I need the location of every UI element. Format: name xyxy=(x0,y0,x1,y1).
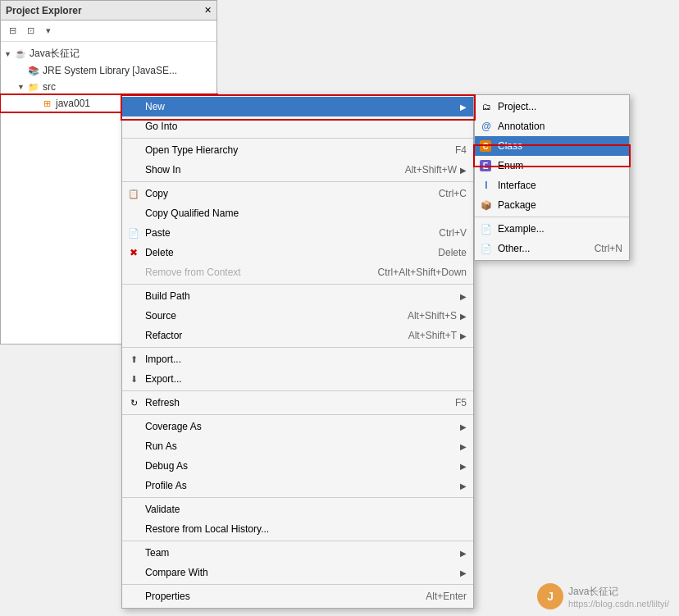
copy-icon: 📋 xyxy=(127,187,140,200)
annotation-icon: @ xyxy=(480,120,493,133)
refresh-label: Refresh xyxy=(145,397,439,408)
properties-icon xyxy=(127,590,140,603)
delete-icon: ✖ xyxy=(127,246,140,259)
source-label: Source xyxy=(145,310,391,322)
arrow-icon: ▼ xyxy=(17,83,27,91)
menu-item-restore[interactable]: Restore from Local History... xyxy=(122,519,473,539)
watermark-title: Java长征记 xyxy=(568,585,669,599)
package-new-icon: 📦 xyxy=(480,198,493,212)
watermark-url: https://blog.csdn.net/liltyi/ xyxy=(568,599,669,609)
enum-label: Enum xyxy=(498,160,622,171)
arrow-icon: ▼ xyxy=(4,50,14,58)
refactor-label: Refactor xyxy=(145,330,392,341)
menu-item-properties[interactable]: Properties Alt+Enter xyxy=(122,586,473,606)
src-icon: 📁 xyxy=(27,80,40,94)
run-as-arrow: ▶ xyxy=(460,442,467,451)
tree-item-src[interactable]: ▼ 📁 src xyxy=(1,79,216,95)
refactor-icon xyxy=(127,329,140,342)
collapse-all-button[interactable]: ⊟ xyxy=(4,23,21,39)
panel-title-bar: Project Explorer ✕ xyxy=(1,1,216,21)
panel-title: Project Explorer xyxy=(6,5,82,16)
submenu-item-enum[interactable]: E Enum xyxy=(475,156,629,176)
show-in-shortcut: Alt+Shift+W xyxy=(405,164,457,176)
menu-item-new[interactable]: New ▶ xyxy=(122,97,473,116)
separator-4 xyxy=(122,347,473,348)
menu-item-go-into[interactable]: Go Into xyxy=(122,116,473,136)
watermark-icon-text: J xyxy=(547,590,554,603)
menu-item-team[interactable]: Team ▶ xyxy=(122,543,473,563)
tree-item-jre[interactable]: 📚 JRE System Library [JavaSE... xyxy=(1,62,216,79)
compare-with-label: Compare With xyxy=(145,567,457,578)
context-menu: New ▶ Go Into Open Type Hierarchy F4 Sho… xyxy=(121,94,474,609)
coverage-as-label: Coverage As xyxy=(145,421,457,432)
new-arrow: ▶ xyxy=(460,103,467,112)
menu-item-profile-as[interactable]: Profile As ▶ xyxy=(122,476,473,495)
menu-item-open-type[interactable]: Open Type Hierarchy F4 xyxy=(122,140,473,160)
submenu-item-project[interactable]: 🗂 Project... xyxy=(475,97,629,116)
link-with-editor-button[interactable]: ⊡ xyxy=(22,23,39,39)
show-in-label: Show In xyxy=(145,164,389,176)
submenu-item-class[interactable]: C Class xyxy=(475,136,629,156)
copy-qualified-label: Copy Qualified Name xyxy=(145,208,467,219)
import-label: Import... xyxy=(145,354,467,365)
menu-item-validate[interactable]: Validate xyxy=(122,500,473,519)
remove-context-icon xyxy=(127,266,140,279)
menu-item-copy-qualified[interactable]: Copy Qualified Name xyxy=(122,203,473,223)
build-path-label: Build Path xyxy=(145,290,457,302)
tree-item-project[interactable]: ▼ ☕ Java长征记 xyxy=(1,45,216,62)
menu-item-copy[interactable]: 📋 Copy Ctrl+C xyxy=(122,184,473,203)
properties-shortcut: Alt+Enter xyxy=(426,591,467,602)
copy-qualified-icon xyxy=(127,207,140,220)
submenu-item-example[interactable]: 📄 Example... xyxy=(475,219,629,239)
watermark-info: Java长征记 https://blog.csdn.net/liltyi/ xyxy=(568,585,669,609)
project-icon: ☕ xyxy=(14,48,27,61)
open-type-label: Open Type Hierarchy xyxy=(145,144,439,156)
menu-item-remove-context[interactable]: Remove from Context Ctrl+Alt+Shift+Down xyxy=(122,262,473,282)
menu-item-export[interactable]: ⬇ Export... xyxy=(122,369,473,389)
package-new-label: Package xyxy=(498,199,622,211)
panel-toolbar: ⊟ ⊡ ▾ xyxy=(1,21,216,42)
view-menu-button[interactable]: ▾ xyxy=(40,23,57,39)
separator-3 xyxy=(122,284,473,285)
separator-8 xyxy=(122,541,473,541)
profile-icon xyxy=(127,479,140,492)
separator-2 xyxy=(122,181,473,182)
menu-item-delete[interactable]: ✖ Delete Delete xyxy=(122,243,473,262)
export-label: Export... xyxy=(145,373,467,385)
new-icon xyxy=(127,100,140,113)
class-label: Class xyxy=(498,140,622,152)
menu-item-source[interactable]: Source Alt+Shift+S ▶ xyxy=(122,306,473,326)
submenu-item-other[interactable]: 📄 Other... Ctrl+N xyxy=(475,239,629,258)
menu-item-run-as[interactable]: Run As ▶ xyxy=(122,436,473,456)
source-arrow: ▶ xyxy=(460,312,467,321)
menu-item-coverage-as[interactable]: Coverage As ▶ xyxy=(122,417,473,436)
close-icon[interactable]: ✕ xyxy=(204,5,212,16)
submenu-item-annotation[interactable]: @ Annotation xyxy=(475,116,629,136)
menu-item-debug-as[interactable]: Debug As ▶ xyxy=(122,456,473,476)
menu-item-show-in[interactable]: Show In Alt+Shift+W ▶ xyxy=(122,160,473,180)
remove-context-shortcut: Ctrl+Alt+Shift+Down xyxy=(378,267,467,278)
submenu-item-interface[interactable]: I Interface xyxy=(475,176,629,195)
menu-item-paste[interactable]: 📄 Paste Ctrl+V xyxy=(122,223,473,243)
other-shortcut: Ctrl+N xyxy=(595,243,622,254)
submenu-sep-1 xyxy=(475,217,629,217)
menu-item-refresh[interactable]: ↻ Refresh F5 xyxy=(122,393,473,413)
menu-item-compare-with[interactable]: Compare With ▶ xyxy=(122,563,473,582)
project-new-label: Project... xyxy=(498,101,622,112)
separator-1 xyxy=(122,138,473,139)
profile-as-label: Profile As xyxy=(145,480,457,491)
source-icon xyxy=(127,309,140,322)
menu-item-build-path[interactable]: Build Path ▶ xyxy=(122,286,473,306)
run-icon xyxy=(127,440,140,453)
profile-as-arrow: ▶ xyxy=(460,481,467,491)
menu-item-import[interactable]: ⬆ Import... xyxy=(122,349,473,369)
build-path-arrow: ▶ xyxy=(460,292,467,301)
submenu-item-package[interactable]: 📦 Package xyxy=(475,195,629,215)
menu-item-refactor[interactable]: Refactor Alt+Shift+T ▶ xyxy=(122,326,473,345)
enum-icon: E xyxy=(480,160,491,171)
export-icon: ⬇ xyxy=(127,372,140,386)
jre-icon: 📚 xyxy=(27,64,40,77)
remove-context-label: Remove from Context xyxy=(145,267,362,278)
team-icon xyxy=(127,546,140,559)
example-label: Example... xyxy=(498,223,622,235)
